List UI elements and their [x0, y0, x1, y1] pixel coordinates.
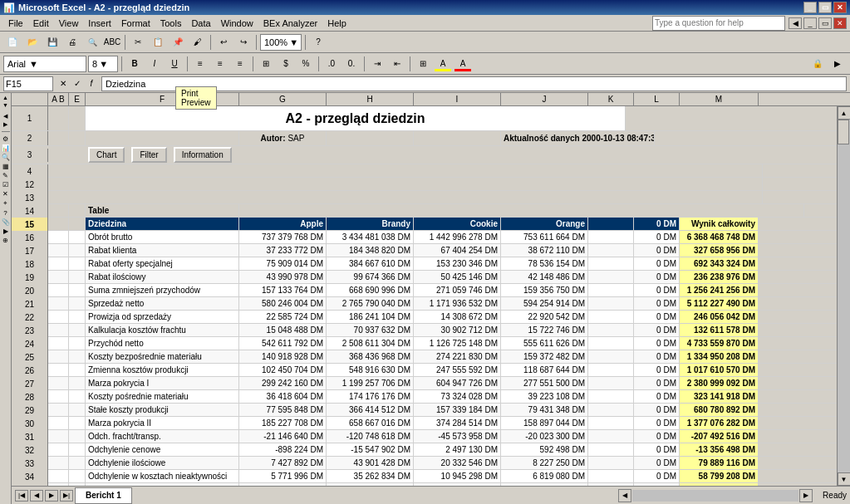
- cell-33-orange[interactable]: 8 227 250 DM: [501, 457, 588, 469]
- cell-15-ab[interactable]: [48, 218, 69, 230]
- cell-31-ab[interactable]: [48, 430, 69, 443]
- cell-18-cookie[interactable]: 153 230 346 DM: [414, 257, 501, 270]
- cell-23-k[interactable]: [588, 324, 634, 336]
- cell-20-l[interactable]: 0 DM: [634, 284, 680, 296]
- cell-31-apple[interactable]: -21 146 640 DM: [239, 430, 327, 443]
- cell-15-apple[interactable]: Apple: [239, 218, 327, 230]
- sidebar-btn-2[interactable]: ▼: [2, 102, 8, 108]
- cell-19-label[interactable]: Rabat ilościowy: [86, 271, 239, 283]
- cell-17-wynik[interactable]: 327 658 956 DM: [680, 244, 759, 257]
- borders-btn[interactable]: ⊞: [414, 56, 432, 72]
- cell-reference[interactable]: F15: [3, 76, 53, 91]
- cell-28-wynik[interactable]: 323 141 918 DM: [680, 390, 759, 403]
- prev-sheet-btn[interactable]: ◀: [30, 490, 43, 502]
- cell-30-orange[interactable]: 158 897 044 DM: [501, 417, 588, 429]
- cell-14-e[interactable]: [69, 204, 86, 217]
- cell-1-e[interactable]: [69, 106, 86, 130]
- cell-19-wynik[interactable]: 236 238 976 DM: [680, 271, 759, 283]
- cell-34-l[interactable]: 0 DM: [634, 470, 680, 482]
- cell-31-brandy[interactable]: -120 748 618 DM: [327, 430, 414, 443]
- cell-30-apple[interactable]: 185 227 708 DM: [239, 417, 327, 429]
- menu-data[interactable]: Data: [186, 17, 215, 30]
- open-btn[interactable]: 📂: [23, 34, 42, 51]
- scroll-left-btn[interactable]: ◀: [618, 489, 631, 502]
- cell-33-e[interactable]: [69, 457, 86, 469]
- cell-25-label[interactable]: Koszty bezpośrednie materiału: [86, 350, 239, 363]
- cell-28-label[interactable]: Koszty pośrednie materiału: [86, 390, 239, 403]
- cell-2-author-label[interactable]: Autor: SAP: [239, 131, 327, 145]
- cell-27-wynik[interactable]: 2 380 999 092 DM: [680, 377, 759, 389]
- cell-23-cookie[interactable]: 30 902 712 DM: [414, 324, 501, 336]
- cell-20-k[interactable]: [588, 284, 634, 296]
- cell-1-ab[interactable]: [48, 106, 69, 130]
- cell-24-orange[interactable]: 555 611 626 DM: [501, 337, 588, 350]
- cell-24-brandy[interactable]: 2 508 611 304 DM: [327, 337, 414, 350]
- cell-31-wynik[interactable]: -207 492 516 DM: [680, 430, 759, 443]
- help-minimize-btn[interactable]: _: [803, 17, 817, 29]
- cell-28-ab[interactable]: [48, 390, 69, 403]
- confirm-formula-btn[interactable]: ✓: [71, 77, 84, 91]
- cell-24-label[interactable]: Przychód netto: [86, 337, 239, 350]
- cell-34-cookie[interactable]: 10 945 298 DM: [414, 470, 501, 482]
- cell-2-ab[interactable]: [48, 131, 69, 145]
- cell-22-brandy[interactable]: 186 241 104 DM: [327, 311, 414, 323]
- cell-21-ab[interactable]: [48, 297, 69, 310]
- format-painter-btn[interactable]: 🖌: [189, 34, 207, 51]
- redo-btn[interactable]: ↪: [234, 34, 253, 51]
- last-sheet-btn[interactable]: ▶|: [60, 490, 73, 502]
- cell-15-wynik[interactable]: Wynik całkowity: [680, 218, 759, 230]
- cut-btn[interactable]: ✂: [129, 34, 147, 51]
- cell-24-e[interactable]: [69, 337, 86, 350]
- cell-31-label[interactable]: Odch. fracht/transp.: [86, 430, 239, 443]
- chart-button[interactable]: Chart: [88, 147, 125, 163]
- scroll-down-btn[interactable]: ▼: [838, 472, 851, 486]
- sidebar-btn-16[interactable]: ⊕: [2, 237, 8, 244]
- cell-28-brandy[interactable]: 174 176 176 DM: [327, 390, 414, 403]
- cell-16-orange[interactable]: 753 611 664 DM: [501, 231, 588, 243]
- cell-16-cookie[interactable]: 1 442 996 278 DM: [414, 231, 501, 243]
- cell-33-k[interactable]: [588, 457, 634, 469]
- security-btn[interactable]: 🔒: [808, 56, 827, 72]
- cell-15-l[interactable]: 0 DM: [634, 218, 680, 230]
- cell-25-apple[interactable]: 140 918 928 DM: [239, 350, 327, 363]
- cell-17-e[interactable]: [69, 244, 86, 257]
- cell-25-ab[interactable]: [48, 350, 69, 363]
- cell-26-e[interactable]: [69, 364, 86, 376]
- cell-17-orange[interactable]: 38 672 110 DM: [501, 244, 588, 257]
- cell-34-wynik[interactable]: 58 799 208 DM: [680, 470, 759, 482]
- cell-17-cookie[interactable]: 67 404 254 DM: [414, 244, 501, 257]
- cell-22-l[interactable]: 0 DM: [634, 311, 680, 323]
- cell-15-cookie[interactable]: Cookie: [414, 218, 501, 230]
- cell-26-apple[interactable]: 102 450 704 DM: [239, 364, 327, 376]
- cell-34-orange[interactable]: 6 819 080 DM: [501, 470, 588, 482]
- cell-23-e[interactable]: [69, 324, 86, 336]
- help-restore-btn[interactable]: ▭: [818, 17, 832, 29]
- cell-21-k[interactable]: [588, 297, 634, 310]
- cell-15-dziedzina[interactable]: Dziedzina: [86, 218, 239, 230]
- cell-33-wynik[interactable]: 79 889 116 DM: [680, 457, 759, 469]
- cell-32-apple[interactable]: -898 224 DM: [239, 443, 327, 456]
- cell-26-ab[interactable]: [48, 364, 69, 376]
- cell-19-cookie[interactable]: 50 425 146 DM: [414, 271, 501, 283]
- copy-btn[interactable]: 📋: [149, 34, 167, 51]
- cell-22-cookie[interactable]: 14 308 672 DM: [414, 311, 501, 323]
- cell-29-ab[interactable]: [48, 404, 69, 416]
- cell-26-orange[interactable]: 118 687 644 DM: [501, 364, 588, 376]
- col-header-i[interactable]: I: [414, 93, 501, 105]
- cell-30-cookie[interactable]: 374 284 514 DM: [414, 417, 501, 429]
- cell-28-l[interactable]: 0 DM: [634, 390, 680, 403]
- cell-30-e[interactable]: [69, 417, 86, 429]
- cell-18-e[interactable]: [69, 257, 86, 270]
- close-button[interactable]: ✕: [833, 2, 847, 13]
- cell-21-e[interactable]: [69, 297, 86, 310]
- cell-24-wynik[interactable]: 4 733 559 870 DM: [680, 337, 759, 350]
- cell-29-label[interactable]: Stałe koszty produkcji: [86, 404, 239, 416]
- cell-32-wynik[interactable]: -13 356 498 DM: [680, 443, 759, 456]
- cell-33-ab[interactable]: [48, 457, 69, 469]
- cell-24-apple[interactable]: 542 611 792 DM: [239, 337, 327, 350]
- cell-26-cookie[interactable]: 247 555 592 DM: [414, 364, 501, 376]
- cell-23-label[interactable]: Kalkulacja kosztów frachtu: [86, 324, 239, 336]
- menu-view[interactable]: View: [54, 17, 84, 30]
- cell-27-ab[interactable]: [48, 377, 69, 389]
- sidebar-btn-13[interactable]: ?: [3, 209, 7, 217]
